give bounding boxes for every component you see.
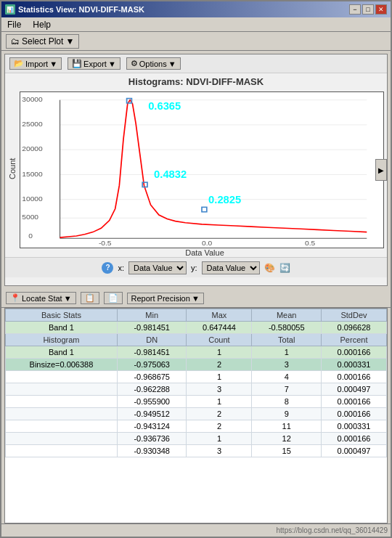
page-button[interactable]: 📄 [104, 292, 123, 304]
basic-stats-band1-min: -0.981451 [117, 322, 187, 334]
hist-row2-count: 1 [187, 371, 252, 383]
x-axis-select[interactable]: Data Value [128, 261, 187, 274]
toolbar1: 🗂 Select Plot ▼ [1, 32, 391, 51]
basic-stats-band1-row: Band 1 -0.981451 0.647444 -0.580055 0.09… [6, 322, 387, 334]
hist-row8-percent: 0.000497 [322, 445, 387, 457]
locate-icon: 📍 [10, 293, 20, 303]
hist-row4-percent: 0.000166 [322, 396, 387, 408]
page-icon: 📄 [108, 293, 118, 303]
hist-binsize-name: Binsize=0.006388 [6, 359, 118, 371]
col-histogram: Histogram [6, 334, 118, 346]
report-precision-label: Report Precision [131, 294, 190, 303]
palette-icon[interactable]: 🎨 [264, 263, 275, 273]
import-arrow: ▼ [49, 60, 57, 68]
menu-bar: File Help [1, 17, 391, 32]
chart-toolbar: 📂 Import ▼ 💾 Export ▼ ⚙ Options ▼ [5, 54, 387, 73]
copy-icon: 📋 [85, 293, 95, 303]
hist-row6-dn: -0.943124 [117, 420, 187, 433]
col-basic-stats: Basic Stats [6, 309, 118, 322]
hist-row2-name [6, 371, 118, 383]
copy-button[interactable]: 📋 [81, 292, 99, 304]
col-percent: Percent [322, 334, 387, 346]
scroll-right-handle[interactable]: ▶ [375, 159, 387, 181]
hist-row4-name [6, 396, 118, 408]
svg-text:30000: 30000 [22, 95, 43, 103]
svg-rect-20 [202, 207, 207, 211]
maximize-button[interactable]: □ [362, 4, 374, 15]
locate-stat-label: Locate Stat [22, 294, 62, 303]
refresh-icon[interactable]: 🔄 [279, 263, 290, 273]
hist-binsize-dn: -0.975063 [117, 359, 187, 371]
hist-row8-count: 3 [187, 445, 252, 457]
table-row: -0.968675 1 4 0.000166 [6, 371, 387, 383]
menu-file[interactable]: File [4, 19, 24, 30]
report-precision-arrow: ▼ [192, 294, 200, 303]
select-plot-icon: 🗂 [11, 36, 20, 46]
hist-row6-count: 2 [187, 420, 252, 433]
hist-row4-dn: -0.955900 [117, 396, 187, 408]
title-bar: 📊 Statistics View: NDVI-DIFF-MASK − □ ✕ [1, 1, 391, 17]
gear-icon: ⚙ [131, 59, 138, 68]
title-buttons: − □ ✕ [349, 4, 387, 15]
hist-row3-total: 7 [252, 383, 322, 396]
svg-text:5000: 5000 [22, 213, 38, 221]
axis-controls: ? x: Data Value y: Data Value 🎨 🔄 [5, 257, 387, 277]
select-plot-button[interactable]: 🗂 Select Plot ▼ [6, 34, 79, 49]
hist-row2-percent: 0.000166 [322, 371, 387, 383]
hist-band1-name: Band 1 [6, 346, 118, 359]
svg-text:20000: 20000 [22, 145, 43, 153]
basic-stats-band1-max: 0.647444 [187, 322, 252, 334]
svg-text:0: 0 [28, 232, 33, 240]
minimize-button[interactable]: − [349, 4, 361, 15]
basic-stats-band1-name: Band 1 [6, 322, 118, 334]
col-stddev: StdDev [322, 309, 387, 322]
stats-table-area: Basic Stats Min Max Mean StdDev Band 1 -… [4, 308, 388, 523]
hist-row3-count: 3 [187, 383, 252, 396]
svg-text:-0.5: -0.5 [99, 239, 112, 247]
locate-stat-button[interactable]: 📍 Locate Stat ▼ [6, 292, 76, 304]
close-button[interactable]: ✕ [375, 4, 387, 15]
hist-band1-dn: -0.981451 [117, 346, 187, 359]
hist-row4-count: 1 [187, 396, 252, 408]
chart-svg: 30000 25000 20000 15000 10000 5000 0 [20, 92, 383, 248]
hist-binsize-total: 3 [252, 359, 322, 371]
options-button[interactable]: ⚙ Options ▼ [126, 57, 181, 70]
col-dn: DN [117, 334, 187, 346]
hist-row3-dn: -0.962288 [117, 383, 187, 396]
hist-row7-total: 12 [252, 433, 322, 445]
export-arrow: ▼ [108, 60, 116, 68]
hist-row5-total: 9 [252, 408, 322, 420]
hist-row2-dn: -0.968675 [117, 371, 187, 383]
col-mean: Mean [252, 309, 322, 322]
table-row: -0.962288 3 7 0.000497 [6, 383, 387, 396]
hist-row5-dn: -0.949512 [117, 408, 187, 420]
y-axis-select-label: y: [191, 264, 197, 272]
menu-help[interactable]: Help [30, 19, 54, 30]
export-button[interactable]: 💾 Export ▼ [68, 57, 121, 70]
y-axis-select[interactable]: Data Value [202, 261, 260, 274]
stats-table: Basic Stats Min Max Mean StdDev Band 1 -… [5, 309, 387, 457]
basic-stats-header-row: Basic Stats Min Max Mean StdDev [6, 309, 387, 322]
basic-stats-band1-stddev: 0.096628 [322, 322, 387, 334]
hist-row7-dn: -0.936736 [117, 433, 187, 445]
window-title: Statistics View: NDVI-DIFF-MASK [18, 5, 144, 14]
hist-row8-total: 15 [252, 445, 322, 457]
export-label: Export [83, 60, 107, 68]
table-row: -0.949512 2 9 0.000166 [6, 408, 387, 420]
hist-row5-percent: 0.000166 [322, 408, 387, 420]
hist-binsize-count: 2 [187, 359, 252, 371]
report-precision-button[interactable]: Report Precision ▼ [127, 293, 204, 304]
svg-text:10000: 10000 [22, 195, 43, 203]
app-icon: 📊 [5, 4, 15, 15]
hist-row7-percent: 0.000166 [322, 433, 387, 445]
y-axis-label: Count [5, 89, 20, 248]
select-plot-label: Select Plot [22, 36, 63, 46]
status-url: https://blog.csdn.net/qq_36014429 [277, 526, 388, 534]
svg-text:25000: 25000 [22, 120, 43, 128]
hist-binsize-row: Binsize=0.006388 -0.975063 2 3 0.000331 [6, 359, 387, 371]
hist-row7-count: 1 [187, 433, 252, 445]
help-icon[interactable]: ? [102, 262, 113, 274]
import-button[interactable]: 📂 Import ▼ [9, 57, 62, 70]
svg-text:0.2825: 0.2825 [208, 194, 241, 205]
hist-row5-name [6, 408, 118, 420]
